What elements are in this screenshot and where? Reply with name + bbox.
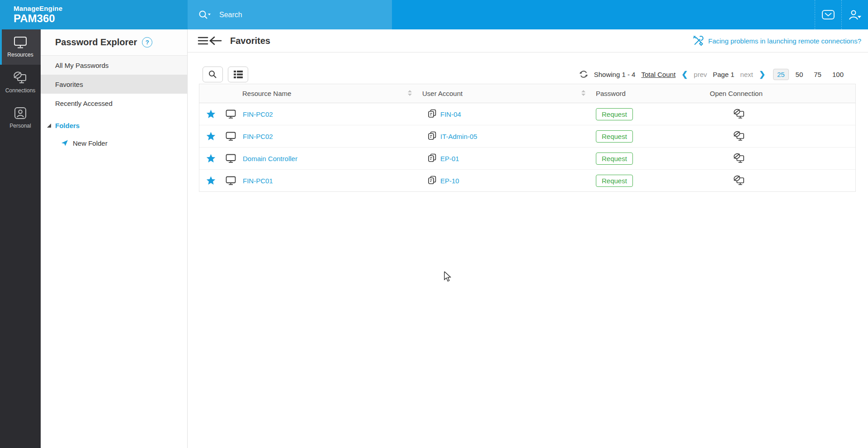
page-size-50[interactable]: 50 [792, 69, 807, 80]
star-icon [206, 154, 216, 163]
account-link[interactable]: FIN-04 [440, 110, 461, 118]
monitor-icon [226, 110, 236, 119]
main-header: Favorites Facing problems in launching r… [188, 29, 868, 52]
list-toolbar: Showing 1 - 4 Total Count ❮ prev Page 1 … [188, 64, 868, 85]
resource-cell: FIN-PC02 [222, 132, 413, 141]
open-connection-cell [710, 153, 855, 164]
explorer-item-recently-accessed[interactable]: Recently Accessed [41, 94, 187, 113]
request-password-button[interactable]: Request [596, 108, 633, 120]
user-icon [848, 10, 862, 20]
total-count-link[interactable]: Total Count [641, 71, 675, 78]
resource-link[interactable]: Domain Controller [243, 155, 297, 162]
resource-cell: FIN-PC02 [222, 110, 413, 119]
collapse-panel-icon[interactable] [198, 35, 223, 46]
monitor-icon [226, 176, 236, 185]
password-cell: Request [587, 108, 710, 120]
mail-button[interactable] [815, 0, 841, 29]
column-header-open-connection[interactable]: Open Connection [710, 90, 855, 97]
request-password-button[interactable]: Request [596, 175, 633, 187]
list-view-toggle-button[interactable] [228, 67, 248, 82]
nav-item-resources[interactable]: Resources [0, 29, 41, 65]
nav-item-label: Resources [7, 52, 33, 58]
user-menu-button[interactable] [841, 0, 868, 29]
folder-tag-icon [61, 139, 69, 147]
left-nav-rail: Resources Connections Personal [0, 29, 41, 448]
nav-item-connections[interactable]: Connections [0, 65, 41, 100]
star-icon [206, 110, 216, 119]
account-link[interactable]: EP-10 [440, 177, 459, 185]
account-cell: EP-01 [413, 153, 587, 163]
password-explorer-panel: Password Explorer ? All My Passwords Fav… [41, 29, 188, 448]
next-chevron-icon[interactable]: ❯ [759, 70, 765, 79]
account-link[interactable]: IT-Admin-05 [440, 133, 477, 140]
nav-item-personal[interactable]: Personal [0, 100, 41, 135]
prev-chevron-icon[interactable]: ❮ [681, 70, 688, 79]
monitor-icon [226, 132, 236, 141]
explorer-title-row: Password Explorer ? [41, 29, 187, 56]
table-row: Domain Controller EP-01 Request [199, 148, 855, 170]
open-connection-icon[interactable] [733, 153, 745, 164]
monitor-icon [226, 154, 236, 163]
nav-item-label: Connections [5, 87, 36, 94]
account-link[interactable]: EP-01 [440, 155, 459, 162]
account-card-icon [427, 176, 437, 186]
password-cell: Request [587, 130, 710, 143]
global-search-bar[interactable] [188, 0, 392, 29]
search-icon[interactable] [198, 10, 211, 20]
open-connection-icon[interactable] [733, 175, 745, 186]
explorer-item-favorites[interactable]: Favorites [41, 75, 187, 94]
open-connection-icon[interactable] [733, 131, 745, 142]
sort-icon[interactable] [408, 90, 412, 96]
favorite-star-toggle[interactable] [199, 154, 222, 163]
table-search-button[interactable] [203, 67, 223, 82]
brand-logo[interactable]: ManageEngine PAM360 [0, 0, 188, 29]
sort-icon[interactable] [581, 90, 585, 96]
resource-link[interactable]: FIN-PC02 [243, 133, 273, 140]
next-page-button[interactable]: next [740, 71, 753, 78]
explorer-item-new-folder[interactable]: New Folder [41, 134, 187, 152]
resource-cell: FIN-PC01 [222, 176, 413, 185]
resource-link[interactable]: FIN-PC01 [243, 177, 273, 185]
monitor-icon [14, 36, 27, 48]
tree-expand-icon[interactable] [47, 124, 51, 128]
explorer-folders-node[interactable]: Folders [41, 116, 187, 134]
remote-link-label: Facing problems in launching remote conn… [708, 37, 861, 45]
request-password-button[interactable]: Request [596, 130, 633, 143]
prev-page-button[interactable]: prev [694, 71, 707, 78]
account-card-icon [427, 131, 437, 141]
favorites-table: Resource Name User Account Password Open… [199, 84, 856, 192]
brand-logo-line1: ManageEngine [14, 5, 188, 12]
table-row: FIN-PC02 IT-Admin-05 Request [199, 125, 855, 148]
page-size-selector: 255075100 [773, 69, 848, 80]
new-folder-label: New Folder [73, 139, 108, 147]
refresh-icon[interactable] [579, 70, 588, 79]
open-connection-icon[interactable] [733, 109, 745, 119]
star-icon [206, 132, 216, 141]
request-password-button[interactable]: Request [596, 153, 633, 165]
table-row: FIN-PC02 FIN-04 Request [199, 103, 855, 125]
mail-icon [821, 10, 835, 20]
page-size-100[interactable]: 100 [828, 69, 848, 80]
account-cell: EP-10 [413, 176, 587, 186]
page-size-25[interactable]: 25 [773, 69, 789, 80]
help-icon[interactable]: ? [142, 37, 152, 48]
explorer-item-all-my-passwords[interactable]: All My Passwords [41, 56, 187, 75]
column-header-user-account[interactable]: User Account [413, 90, 587, 97]
favorite-star-toggle[interactable] [199, 132, 222, 141]
open-connection-cell [710, 109, 855, 119]
favorite-star-toggle[interactable] [199, 110, 222, 119]
resource-cell: Domain Controller [222, 154, 413, 163]
favorite-star-toggle[interactable] [199, 176, 222, 185]
page-size-75[interactable]: 75 [810, 69, 826, 80]
remote-connections-help-link[interactable]: Facing problems in launching remote conn… [692, 35, 861, 47]
table-header-row: Resource Name User Account Password Open… [199, 84, 855, 103]
nav-item-label: Personal [9, 123, 31, 129]
column-header-password[interactable]: Password [587, 90, 710, 97]
resource-link[interactable]: FIN-PC02 [243, 110, 273, 118]
brand-logo-line2: PAM360 [14, 12, 188, 25]
header-actions [392, 0, 868, 29]
top-bar: ManageEngine PAM360 [0, 0, 868, 29]
search-input[interactable] [218, 10, 356, 19]
column-header-resource-name[interactable]: Resource Name [222, 90, 413, 97]
account-card-icon [427, 153, 437, 163]
